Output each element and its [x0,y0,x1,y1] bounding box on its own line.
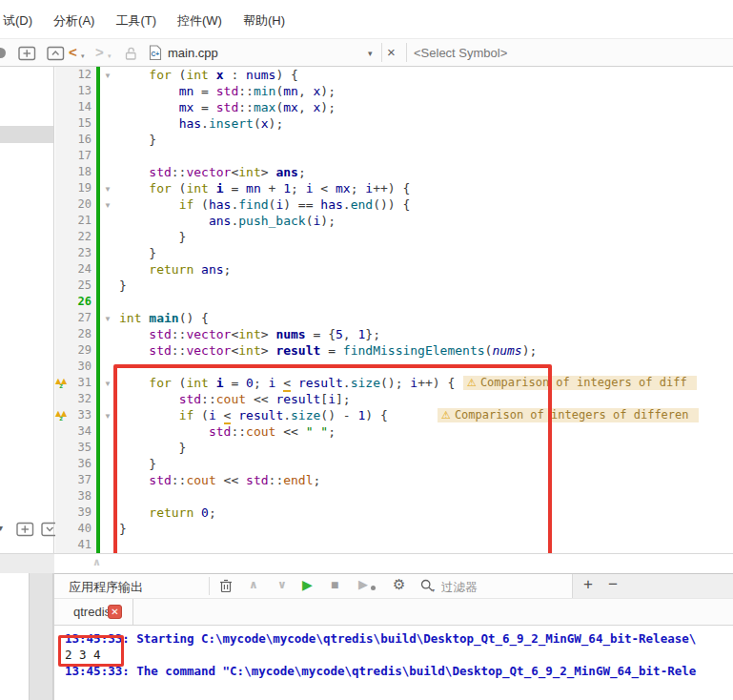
stop-button[interactable]: ■ [331,577,338,592]
gutter-line[interactable]: 29 [55,342,96,359]
code-line[interactable]: if (i < result.size() - 1) {⚠Comparison … [115,407,733,423]
zoom-in-button[interactable]: + [583,575,593,594]
gutter-line[interactable]: 21 [55,213,96,229]
fold-marker-icon[interactable]: ▼ [104,315,112,323]
line-number-gutter[interactable]: 12131415161718192021222324252627282930▲▲… [55,67,96,553]
code-line[interactable]: mn = std::min(mn, x); [115,83,733,99]
code-line[interactable]: std::vector<int> result = findMissingEle… [115,342,733,359]
code-folding-column[interactable]: ▼▼▼▼▼▼ [100,67,115,553]
gutter-line[interactable]: 15 [55,115,96,132]
close-document-button[interactable]: × [387,44,396,60]
fold-marker-icon[interactable]: ▼ [104,380,112,388]
strip-scroll-band[interactable] [0,126,53,143]
gutter-line[interactable]: 17 [55,148,96,164]
tab-qtredis[interactable]: qtredis ✕ [59,599,133,625]
code-line[interactable]: mx = std::max(mx, x); [115,99,733,115]
strip-triangle-icon[interactable]: ▾ [0,523,3,533]
settings-gear-icon[interactable]: ⚙ [393,576,405,593]
gutter-line[interactable]: 20 [55,196,96,213]
code-line[interactable]: } [115,456,733,472]
application-output-area[interactable]: 13:45:33: Starting C:\mycode\mycode\qtre… [54,626,733,700]
gutter-line[interactable]: 34 [55,423,96,440]
code-line[interactable]: for (int x : nums) { [115,67,733,83]
gutter-line[interactable]: 22 [55,229,96,245]
gutter-line[interactable]: 26 [55,294,96,310]
gutter-line[interactable]: 23 [55,245,96,261]
code-line[interactable]: ans.push_back(i); [115,213,733,229]
code-line[interactable]: } [115,278,733,294]
output-line[interactable]: 13:45:33: Starting C:\mycode\mycode\qtre… [65,630,733,647]
go-forward-caret-icon[interactable]: ▾ [108,52,112,60]
gutter-line[interactable]: 38 [55,488,96,504]
gutter-line[interactable]: 14 [55,99,96,115]
menu-item-analyze[interactable]: 分析(A) [43,10,105,32]
code-line[interactable]: } [115,245,733,261]
code-line[interactable]: int main() { [115,310,733,326]
gutter-line[interactable]: 18 [55,164,96,180]
next-item-icon[interactable]: ∨ [277,578,287,591]
fold-marker-icon[interactable]: ▼ [104,72,112,80]
menu-item-widgets[interactable]: 控件(W) [167,10,233,32]
code-line[interactable]: has.insert(x); [115,115,733,132]
gutter-line[interactable]: 16 [55,132,96,148]
gutter-line[interactable]: 19 [55,180,96,196]
gutter-line[interactable]: 39 [55,504,96,521]
gutter-line[interactable]: 12 [55,67,96,83]
zoom-out-button[interactable]: − [608,575,618,594]
gutter-line[interactable]: 41 [55,537,96,553]
run-button[interactable]: ▶ [302,577,313,592]
gutter-line[interactable]: 35 [55,440,96,456]
code-line[interactable]: } [115,229,733,245]
code-line[interactable]: if (has.find(i) == has.end()) { [115,196,733,213]
gutter-line[interactable]: 37 [55,472,96,488]
code-line[interactable]: } [115,521,733,537]
go-back-caret-icon[interactable]: ▾ [81,52,85,60]
menu-item-help[interactable]: 帮助(H) [233,10,295,32]
clear-output-icon[interactable] [219,579,233,593]
add-split-icon[interactable] [16,522,34,537]
scroll-up-icon[interactable]: ∧ [92,556,101,568]
open-document-selector[interactable]: main.cpp [168,46,218,60]
gutter-line[interactable]: 27 [55,310,96,326]
run-debug-button[interactable]: ▶ [358,577,368,591]
output-line[interactable]: 13:45:33: The command "C:\mycode\mycode\… [65,663,733,679]
code-line[interactable] [115,488,733,504]
output-line[interactable]: 2 3 4 [65,647,733,663]
code-line[interactable]: } [115,440,733,456]
code-line[interactable]: } [115,132,733,148]
go-back-button[interactable]: < [69,44,77,60]
menu-item-debug[interactable]: 试(D) [0,10,43,32]
gutter-line[interactable]: ▲▲z31 [55,375,96,391]
gutter-line[interactable]: 13 [55,83,96,99]
code-line[interactable] [115,537,733,553]
code-line[interactable]: for (int i = mn + 1; i < mx; i++) { [115,180,733,196]
code-line[interactable]: std::vector<int> nums = {5, 1}; [115,326,733,342]
gutter-line[interactable]: 25 [55,278,96,294]
tab-close-icon[interactable]: ✕ [108,605,122,619]
code-line[interactable]: return ans; [115,261,733,278]
previous-item-icon[interactable]: ∧ [249,578,258,591]
code-line[interactable]: std::cout << " "; [115,423,733,440]
gutter-line[interactable]: 40 [55,521,96,537]
filter-input[interactable]: 过滤器 [441,580,478,596]
code-line[interactable]: return 0; [115,504,733,521]
code-line[interactable]: std::vector<int> ans; [115,164,733,180]
code-line[interactable]: std::cout << std::endl; [115,472,733,488]
code-line[interactable]: std::cout << result[i]; [115,391,733,407]
code-line[interactable] [115,294,733,310]
filter-caret-icon[interactable]: ▾ [432,587,435,593]
gutter-line[interactable]: 28 [55,326,96,342]
code-line[interactable] [115,359,733,375]
fold-marker-icon[interactable]: ▼ [104,201,112,210]
gutter-line[interactable]: 36 [55,456,96,472]
fold-marker-icon[interactable]: ▼ [104,185,112,194]
code-line[interactable]: for (int i = 0; i < result.size(); i++) … [115,375,733,391]
fold-marker-icon[interactable]: ▼ [104,412,112,421]
code-text-area[interactable]: for (int x : nums) { mn = std::min(mn, x… [115,67,733,553]
go-forward-button[interactable]: > [95,44,104,60]
code-line[interactable] [115,148,733,164]
document-dropdown-caret-icon[interactable]: ▾ [368,49,373,58]
symbol-selector[interactable]: <Select Symbol> [414,46,507,60]
bottom-left-scroll-column[interactable] [29,573,53,700]
menu-item-tools[interactable]: 工具(T) [105,10,167,32]
